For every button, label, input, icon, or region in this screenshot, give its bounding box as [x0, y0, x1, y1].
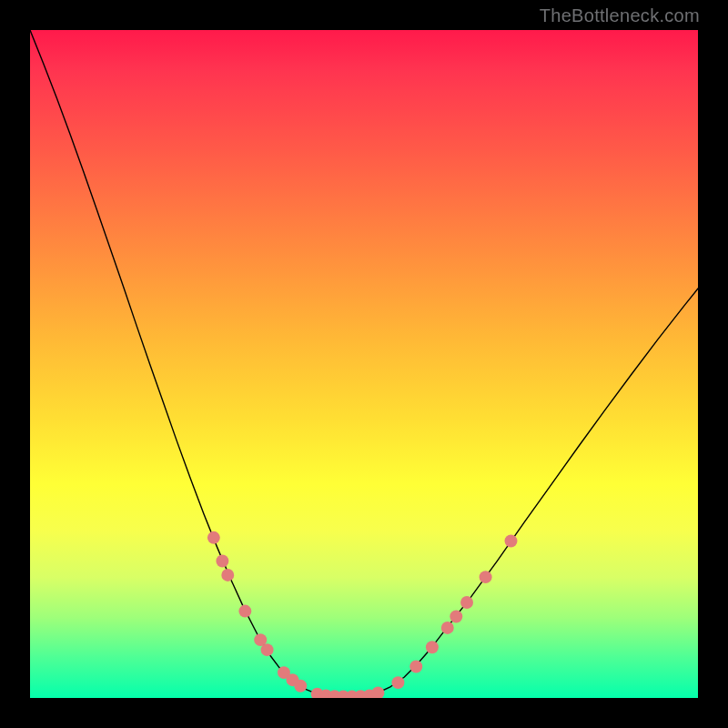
- marker-point: [441, 622, 454, 634]
- series-layer: [30, 30, 698, 697]
- series-curve-right: [378, 288, 698, 693]
- marker-point: [391, 676, 404, 689]
- series-curve-left: [30, 30, 318, 694]
- markers-layer: [207, 531, 518, 698]
- watermark-text: TheBottleneck.com: [540, 5, 700, 26]
- marker-point: [450, 610, 462, 622]
- marker-point: [221, 569, 234, 581]
- app-frame: TheBottleneck.com: [0, 0, 728, 728]
- chart-svg: [30, 30, 698, 698]
- marker-point: [426, 641, 439, 653]
- marker-point: [207, 531, 220, 544]
- marker-point: [460, 596, 473, 609]
- marker-point: [410, 661, 422, 673]
- marker-point: [505, 535, 518, 548]
- marker-point: [294, 680, 307, 693]
- marker-point: [261, 643, 274, 656]
- chart-canvas: [30, 30, 698, 698]
- marker-point: [216, 555, 228, 568]
- marker-point: [238, 605, 251, 618]
- marker-point: [371, 687, 384, 698]
- marker-point: [480, 571, 492, 583]
